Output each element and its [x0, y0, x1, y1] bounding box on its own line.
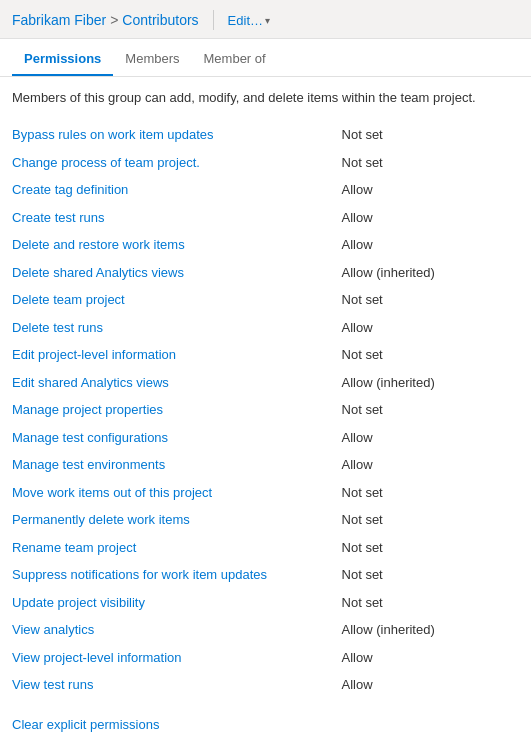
- permission-status: Allow: [342, 671, 519, 699]
- permission-status: Allow: [342, 204, 519, 232]
- org-name[interactable]: Fabrikam Fiber: [12, 12, 106, 28]
- permission-name[interactable]: Create test runs: [12, 204, 342, 232]
- permission-name[interactable]: Edit shared Analytics views: [12, 369, 342, 397]
- table-row: Delete and restore work itemsAllow: [12, 231, 519, 259]
- table-row: Delete team projectNot set: [12, 286, 519, 314]
- table-row: Create tag definitionAllow: [12, 176, 519, 204]
- table-row: Update project visibilityNot set: [12, 589, 519, 617]
- table-row: Edit shared Analytics viewsAllow (inheri…: [12, 369, 519, 397]
- permission-name[interactable]: Manage project properties: [12, 396, 342, 424]
- permission-status: Not set: [342, 534, 519, 562]
- permission-status: Not set: [342, 479, 519, 507]
- permission-name[interactable]: Delete test runs: [12, 314, 342, 342]
- permission-name[interactable]: Rename team project: [12, 534, 342, 562]
- permission-status: Allow: [342, 424, 519, 452]
- group-name[interactable]: Contributors: [122, 12, 198, 28]
- table-row: Edit project-level informationNot set: [12, 341, 519, 369]
- clear-permissions-link[interactable]: Clear explicit permissions: [12, 717, 159, 732]
- breadcrumb: Fabrikam Fiber > Contributors: [12, 12, 199, 28]
- header-divider: [213, 10, 214, 30]
- table-row: Rename team projectNot set: [12, 534, 519, 562]
- permission-name[interactable]: Delete shared Analytics views: [12, 259, 342, 287]
- permission-name[interactable]: View test runs: [12, 671, 342, 699]
- permissions-table: Bypass rules on work item updatesNot set…: [12, 121, 519, 699]
- table-row: View analyticsAllow (inherited): [12, 616, 519, 644]
- tab-permissions[interactable]: Permissions: [12, 41, 113, 76]
- permission-status: Allow (inherited): [342, 369, 519, 397]
- permission-name[interactable]: Delete team project: [12, 286, 342, 314]
- page-header: Fabrikam Fiber > Contributors Edit… ▾: [0, 0, 531, 39]
- permission-status: Not set: [342, 506, 519, 534]
- permission-name[interactable]: Permanently delete work items: [12, 506, 342, 534]
- permission-name[interactable]: Update project visibility: [12, 589, 342, 617]
- table-row: Change process of team project.Not set: [12, 149, 519, 177]
- table-row: Create test runsAllow: [12, 204, 519, 232]
- permission-status: Allow (inherited): [342, 616, 519, 644]
- permission-name[interactable]: Manage test environments: [12, 451, 342, 479]
- permission-status: Not set: [342, 341, 519, 369]
- permission-name[interactable]: Bypass rules on work item updates: [12, 121, 342, 149]
- permission-name[interactable]: Move work items out of this project: [12, 479, 342, 507]
- permission-status: Allow: [342, 231, 519, 259]
- table-row: Manage test configurationsAllow: [12, 424, 519, 452]
- table-row: Suppress notifications for work item upd…: [12, 561, 519, 589]
- permission-name[interactable]: Delete and restore work items: [12, 231, 342, 259]
- table-row: View project-level informationAllow: [12, 644, 519, 672]
- table-row: Manage test environmentsAllow: [12, 451, 519, 479]
- permission-name[interactable]: View project-level information: [12, 644, 342, 672]
- tab-members[interactable]: Members: [113, 41, 191, 76]
- table-row: Manage project propertiesNot set: [12, 396, 519, 424]
- permission-status: Allow (inherited): [342, 259, 519, 287]
- permission-name[interactable]: Edit project-level information: [12, 341, 342, 369]
- permission-status: Not set: [342, 149, 519, 177]
- permission-status: Allow: [342, 176, 519, 204]
- edit-button[interactable]: Edit… ▾: [228, 13, 270, 28]
- table-row: Delete shared Analytics viewsAllow (inhe…: [12, 259, 519, 287]
- permission-status: Allow: [342, 314, 519, 342]
- permission-status: Allow: [342, 644, 519, 672]
- permission-name[interactable]: Manage test configurations: [12, 424, 342, 452]
- table-row: View test runsAllow: [12, 671, 519, 699]
- description-text: Members of this group can add, modify, a…: [12, 89, 519, 107]
- dropdown-arrow-icon: ▾: [265, 15, 270, 26]
- permission-name[interactable]: Change process of team project.: [12, 149, 342, 177]
- table-row: Delete test runsAllow: [12, 314, 519, 342]
- table-row: Move work items out of this projectNot s…: [12, 479, 519, 507]
- permission-status: Not set: [342, 286, 519, 314]
- permission-status: Not set: [342, 396, 519, 424]
- permission-status: Not set: [342, 561, 519, 589]
- permission-name[interactable]: View analytics: [12, 616, 342, 644]
- permission-status: Allow: [342, 451, 519, 479]
- table-row: Bypass rules on work item updatesNot set: [12, 121, 519, 149]
- permission-name[interactable]: Suppress notifications for work item upd…: [12, 561, 342, 589]
- breadcrumb-separator: >: [110, 12, 118, 28]
- permissions-content: Members of this group can add, modify, a…: [0, 77, 531, 743]
- tab-bar: Permissions Members Member of: [0, 41, 531, 77]
- permission-status: Not set: [342, 589, 519, 617]
- table-row: Permanently delete work itemsNot set: [12, 506, 519, 534]
- permission-name[interactable]: Create tag definition: [12, 176, 342, 204]
- permission-status: Not set: [342, 121, 519, 149]
- tab-member-of[interactable]: Member of: [192, 41, 278, 76]
